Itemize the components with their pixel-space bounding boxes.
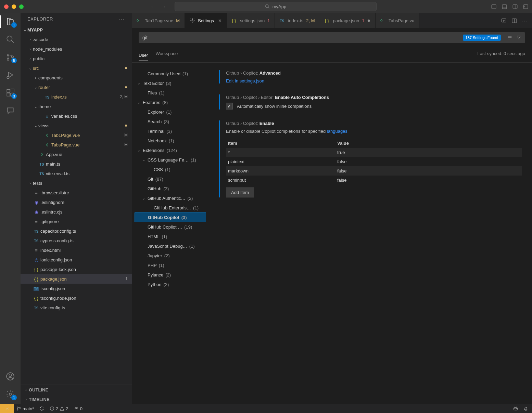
toc-item[interactable]: HTML(1) <box>135 232 206 241</box>
activity-chat[interactable] <box>5 105 15 116</box>
tree-item[interactable]: ≡index.html <box>21 245 132 255</box>
editor-tab[interactable]: Settings✕ <box>185 13 227 28</box>
toc-item[interactable]: JavaScript Debug…(1) <box>135 241 206 251</box>
toc-item[interactable]: Explorer(1) <box>135 107 206 117</box>
tree-item[interactable]: ⌄views <box>21 121 132 130</box>
tree-item[interactable]: ›node_modules <box>21 44 132 54</box>
editor-tab[interactable]: ◊TabsPage.vu <box>376 13 419 28</box>
tree-item[interactable]: ›tests <box>21 178 132 188</box>
settings-search[interactable]: 137 Settings Found <box>139 32 525 43</box>
tree-item[interactable]: ≡.gitignore <box>21 217 132 226</box>
tree-item[interactable]: ≡.browserslistrc <box>21 188 132 197</box>
run-icon[interactable] <box>501 18 507 24</box>
tree-item[interactable]: { }package-lock.json <box>21 264 132 274</box>
nav-forward[interactable]: → <box>161 4 166 9</box>
toc-item[interactable]: Notebook(1) <box>135 136 206 145</box>
toc-item[interactable]: Files(1) <box>135 88 206 98</box>
tree-item[interactable]: ⌄theme <box>21 102 132 111</box>
add-item-button[interactable]: Add Item <box>226 188 254 197</box>
toc-item[interactable]: PHP(1) <box>135 260 206 270</box>
nav-back[interactable]: ← <box>151 4 155 9</box>
toc-item[interactable]: Terminal(3) <box>135 126 206 136</box>
tree-item[interactable]: ◊App.vue <box>21 150 132 159</box>
toc-item[interactable]: GitHub(3) <box>135 184 206 193</box>
activity-explorer[interactable]: 1 <box>5 16 15 27</box>
tree-item[interactable]: ◊TabsPage.vueM <box>21 140 132 150</box>
remote-button[interactable] <box>0 404 14 413</box>
tree-item[interactable]: ◎ionic.config.json <box>21 255 132 264</box>
activity-search[interactable] <box>5 34 15 44</box>
toc-item[interactable]: Commonly Used(1) <box>135 69 206 78</box>
activity-extensions[interactable]: 3 <box>5 88 15 98</box>
activity-account[interactable] <box>5 371 15 382</box>
toc-item[interactable]: ⌄CSS Language Fe…(1) <box>135 155 206 165</box>
minimize-window[interactable] <box>12 4 16 9</box>
editor-tab[interactable]: { }settings.json1 <box>227 13 275 28</box>
tree-item[interactable]: ›public <box>21 54 132 63</box>
table-row[interactable]: *true <box>226 148 522 157</box>
toc-item[interactable]: ⌄Features(8) <box>135 98 206 107</box>
tree-item[interactable]: ›.vscode <box>21 35 132 44</box>
tab-more-icon[interactable]: ··· <box>522 18 528 23</box>
tree-item[interactable]: TScapacitor.config.ts <box>21 226 132 236</box>
edit-json-link[interactable]: Edit in settings.json <box>226 78 522 83</box>
filter-icon[interactable] <box>516 35 521 40</box>
toc-item[interactable]: GitHub Copilot(3) <box>135 212 206 222</box>
layout-icon[interactable] <box>523 4 529 10</box>
tree-item[interactable]: ›components <box>21 73 132 82</box>
languages-link[interactable]: languages <box>327 129 347 134</box>
tree-item[interactable]: ◉.eslintignore <box>21 197 132 207</box>
toc-item[interactable]: Git(87) <box>135 174 206 184</box>
toc-item[interactable]: Search(3) <box>135 117 206 126</box>
tree-item[interactable]: TStsconfig.json <box>21 284 132 293</box>
tree-item[interactable]: { }package.json1 <box>21 274 132 284</box>
toc-item[interactable]: GitHub Enterpris…(1) <box>135 203 206 212</box>
tree-item[interactable]: TSmain.ts <box>21 159 132 169</box>
toc-item[interactable]: Python(2) <box>135 280 206 289</box>
tree-item[interactable]: TSvite-env.d.ts <box>21 169 132 178</box>
scope-workspace[interactable]: Workspace <box>155 48 178 59</box>
scope-user[interactable]: User <box>139 50 148 61</box>
command-center[interactable]: myApp <box>175 2 377 11</box>
toc-item[interactable]: CSS(1) <box>135 165 206 174</box>
editor-tab[interactable]: TSindex.ts2, M <box>275 13 320 28</box>
close-tab-icon[interactable]: ✕ <box>218 18 222 23</box>
tree-item[interactable]: TScypress.config.ts <box>21 236 132 245</box>
table-row[interactable]: plaintextfalse <box>226 157 522 166</box>
clear-search-icon[interactable] <box>507 35 512 40</box>
maximize-window[interactable] <box>19 4 24 9</box>
folder-root[interactable]: ⌄MYAPP <box>21 25 132 35</box>
copilot-status-icon[interactable] <box>513 406 518 411</box>
problems-status[interactable]: 2 2 <box>47 406 71 411</box>
ports-status[interactable]: 0 <box>71 406 85 411</box>
checkbox-autocomplete[interactable]: ✓ <box>226 103 233 109</box>
sync-button[interactable] <box>37 406 47 411</box>
timeline-section[interactable]: ›TIMELINE <box>21 395 132 404</box>
close-window[interactable] <box>4 4 9 9</box>
tree-item[interactable]: #variables.css <box>21 111 132 121</box>
tree-item[interactable]: ◉.eslintrc.cjs <box>21 207 132 217</box>
panel-bottom-icon[interactable] <box>502 4 507 10</box>
tree-item[interactable]: ⌄router <box>21 82 132 92</box>
toc-item[interactable]: ⌄Text Editor(3) <box>135 78 206 88</box>
table-row[interactable]: scminputfalse <box>226 176 522 185</box>
toc-item[interactable]: Pylance(2) <box>135 270 206 280</box>
bell-icon[interactable] <box>523 406 529 411</box>
activity-settings[interactable]: 1 <box>5 389 15 399</box>
activity-scm[interactable]: 5 <box>5 52 15 62</box>
activity-debug[interactable] <box>5 70 15 80</box>
outline-section[interactable]: ›OUTLINE <box>21 385 132 395</box>
panel-right-icon[interactable] <box>512 4 518 10</box>
split-icon[interactable] <box>511 18 517 24</box>
table-row[interactable]: markdownfalse <box>226 166 522 176</box>
editor-tab[interactable]: { }package.json1● <box>320 13 376 28</box>
tree-item[interactable]: { }tsconfig.node.json <box>21 293 132 303</box>
toc-item[interactable]: ⌄Extensions(124) <box>135 145 206 155</box>
toc-item[interactable]: GitHub Copilot …(19) <box>135 222 206 232</box>
settings-search-input[interactable] <box>142 35 507 40</box>
tree-item[interactable]: ◊Tab1Page.vueM <box>21 130 132 140</box>
sidebar-more-icon[interactable]: ··· <box>119 16 125 22</box>
tree-item[interactable]: ⌄src <box>21 63 132 73</box>
toc-item[interactable]: ⌄GitHub Authentic…(2) <box>135 193 206 203</box>
toc-item[interactable]: Jupyter(2) <box>135 251 206 260</box>
